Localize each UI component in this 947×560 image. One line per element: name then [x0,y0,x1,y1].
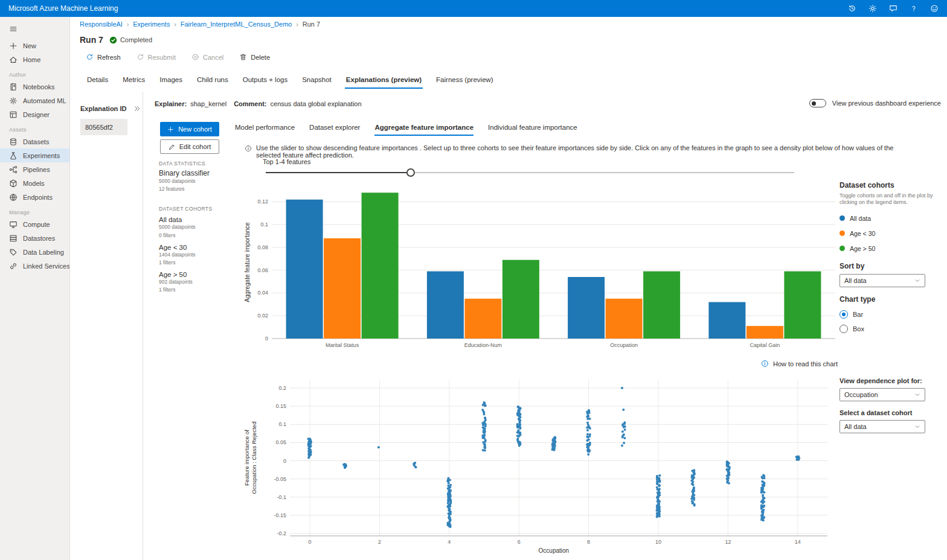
slider-label: Top 1-4 features [263,158,311,165]
history-button[interactable] [848,4,856,13]
bar-all-data-marital-status[interactable] [286,200,323,339]
legend-label: Age > 50 [850,245,875,252]
completed-check-icon [109,36,117,44]
tab-details[interactable]: Details [80,71,115,89]
bar-age-30-capital-gain[interactable] [746,326,783,339]
sidebar-item-designer[interactable]: Designer [0,107,69,121]
cohort-list: All data5000 datapoints0 filtersAge < 30… [159,216,246,294]
expand-panel-icon[interactable] [133,105,141,112]
legend-item-all-data[interactable]: All data [839,214,947,223]
svg-text:0.08: 0.08 [257,244,268,250]
info-icon [761,360,769,368]
bar-age-30-education-num[interactable] [464,299,501,339]
sidebar-item-home[interactable]: Home [0,52,69,66]
svg-text:2: 2 [378,539,381,545]
resubmit-button[interactable]: Resubmit [136,53,176,61]
sidebar-item-automated-ml[interactable]: Automated ML [0,94,69,107]
svg-text:0.02: 0.02 [257,313,268,319]
explanation-id-panel: Explanation ID 80565df2 [70,92,143,560]
dependence-plot-svg[interactable]: 0.20.150.10.050-0.05-0.1-0.15-0.20246810… [242,376,839,557]
dependence-controls-panel: View dependence plot for: Occupation Sel… [839,377,947,433]
feature-count-slider[interactable] [266,168,794,177]
svg-text:Occupation : Class Rejected: Occupation : Class Rejected [251,422,257,494]
dependence-feature-dropdown[interactable]: Occupation [839,388,925,401]
subtab-model-performance[interactable]: Model performance [228,120,302,136]
tab-child-runs[interactable]: Child runs [190,71,236,89]
slider-filled-track [266,172,411,173]
edit-cohort-button[interactable]: Edit cohort [160,139,219,154]
sidebar-item-datastores[interactable]: Datastores [0,231,69,245]
dependence-cohort-dropdown[interactable]: All data [839,420,925,433]
dataset-cohorts-hint: Toggle cohorts on and off in the plot by… [839,192,936,206]
explanation-id-item[interactable]: 80565df2 [80,119,127,135]
refresh-icon [86,53,94,61]
sidebar-item-endpoints[interactable]: Endpoints [0,190,69,204]
sort-by-dropdown[interactable]: All data [839,274,925,287]
subtab-dataset-explorer[interactable]: Dataset explorer [302,120,367,136]
bar-all-data-capital-gain[interactable] [708,302,745,339]
sidebar-item-compute[interactable]: Compute [0,217,69,231]
legend-item-age-30[interactable]: Age < 30 [839,229,947,238]
svg-text:Education-Num: Education-Num [464,342,502,348]
tab-explanations-preview[interactable]: Explanations (preview) [339,71,429,89]
help-button[interactable] [910,4,918,13]
labeling-icon [9,248,18,256]
breadcrumb-fairlearn-interpretml-census-demo[interactable]: Fairlearn_InterpretML_Census_Demo [181,21,292,28]
sidebar-section-manage: Manage [0,204,69,217]
subtab-aggregate-feature-importance[interactable]: Aggregate feature importance [367,120,481,136]
top-bar: Microsoft Azure Machine Learning [0,0,947,17]
bar-all-data-occupation[interactable] [568,277,605,339]
help-icon [910,4,918,13]
bar-age-50-education-num[interactable] [502,260,539,339]
refresh-button[interactable]: Refresh [86,53,121,61]
explainer-info: Explainer: shap_kernel Comment: census d… [155,100,362,107]
breadcrumb-experiments[interactable]: Experiments [133,21,170,28]
tab-fairness-preview[interactable]: Fairness (preview) [429,71,501,89]
sidebar-item-datasets[interactable]: Datasets [0,135,69,148]
how-to-read-chart-link[interactable]: How to read this chart [761,360,838,368]
sidebar-item-experiments[interactable]: Experiments [0,148,69,162]
home-icon [9,56,18,64]
chart-type-box-radio[interactable]: Box [839,325,947,333]
tab-snapshot[interactable]: Snapshot [295,71,339,89]
new-cohort-button[interactable]: New cohort [160,122,219,136]
bar-age-50-occupation[interactable] [643,272,680,339]
previous-dashboard-toggle[interactable] [809,99,826,107]
bar-age-50-marital-status[interactable] [362,192,399,339]
feedback-icon [889,4,897,13]
chart-type-bar-radio[interactable]: Bar [839,310,947,319]
tab-outputs-logs[interactable]: Outputs + logs [236,71,295,89]
cohort-filters: 0 filters [159,232,246,240]
bar-all-data-education-num[interactable] [427,272,464,339]
cancel-button[interactable]: Cancel [191,53,223,61]
tab-metrics[interactable]: Metrics [115,71,152,89]
menu-toggle-button[interactable] [0,21,69,37]
sidebar-item-notebooks[interactable]: Notebooks [0,80,69,94]
delete-button[interactable]: Delete [239,53,270,61]
bar-age-30-occupation[interactable] [606,299,643,339]
bar-chart-svg[interactable]: 00.020.040.060.080.10.12Marital StatusEd… [242,180,839,352]
bar-age-50-capital-gain[interactable] [784,272,821,339]
classifier-type: Binary classifier [159,169,246,177]
sidebar-item-models[interactable]: Models [0,176,69,190]
sidebar-item-new[interactable]: New [0,39,69,52]
cohort-name: Age > 50 [159,271,246,278]
feedback-button[interactable] [889,4,897,13]
tab-images[interactable]: Images [152,71,190,89]
legend-label: Age < 30 [850,230,875,237]
sidebar-item-linked-services[interactable]: Linked Services [0,259,69,273]
topbar-icon-group [848,4,939,13]
gear-button[interactable] [868,4,877,13]
breadcrumb-responsibleai[interactable]: ResponsibleAI [80,21,123,28]
sidebar-item-data-labeling[interactable]: Data Labeling [0,245,69,259]
smiley-button[interactable] [930,4,939,13]
legend-color-dot [839,246,845,251]
sidebar-item-pipelines[interactable]: Pipelines [0,162,69,176]
sidebar-item-label: Designer [23,111,50,118]
legend-item-age-50[interactable]: Age > 50 [839,244,947,253]
chevron-down-icon [914,392,920,398]
slider-handle[interactable] [406,168,415,177]
subtab-individual-feature-importance[interactable]: Individual feature importance [481,120,585,136]
bar-age-30-marital-status[interactable] [324,238,361,339]
svg-text:Feature importance of: Feature importance of [243,430,250,486]
